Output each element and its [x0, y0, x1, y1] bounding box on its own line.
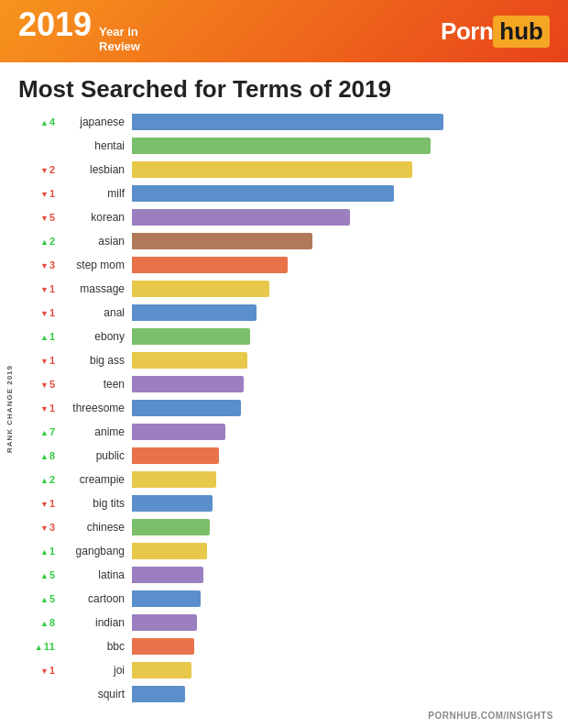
chart-row: 1big ass — [18, 349, 559, 371]
term-label: cartoon — [59, 592, 132, 605]
bar-area — [132, 614, 559, 631]
year-subtitle: Year in Review — [99, 25, 140, 53]
footer: PORNHUB.COM/INSIGHTS — [0, 707, 568, 724]
term-label: asian — [59, 235, 132, 248]
term-label: teen — [59, 378, 132, 391]
term-label: anime — [59, 425, 132, 438]
chart-row: 7anime — [18, 421, 559, 443]
rank-change-label: RANK CHANGE 2019 — [5, 365, 14, 453]
chart-row: 1big tits — [18, 492, 559, 514]
bar-area — [132, 471, 559, 488]
rank-change: 5 — [18, 569, 59, 580]
bar — [132, 281, 269, 297]
bar — [132, 328, 250, 345]
bar — [132, 662, 191, 678]
chart-row: 5teen — [18, 373, 559, 395]
rank-change: 3 — [18, 522, 59, 533]
arrow-down-icon — [40, 188, 49, 199]
bar — [132, 590, 201, 607]
term-label: latina — [59, 568, 132, 581]
rank-change: 8 — [18, 617, 59, 628]
chart-row: 1gangbang — [18, 540, 559, 562]
rank-change: 5 — [18, 593, 59, 604]
term-label: big tits — [59, 497, 132, 510]
term-label: gangbang — [59, 545, 132, 557]
bar-area — [132, 686, 559, 702]
arrow-up-icon — [40, 331, 49, 342]
rank-label-wrapper: RANK CHANGE 2019 — [0, 111, 18, 707]
arrow-down-icon — [40, 212, 49, 223]
logo-porn: Porn — [441, 17, 493, 46]
bar-area — [132, 447, 559, 464]
bar — [132, 447, 219, 464]
arrow-up-icon — [40, 569, 49, 580]
term-label: step mom — [59, 259, 132, 271]
chart-row: 1massage — [18, 278, 559, 300]
bar-area — [132, 304, 559, 321]
term-label: big ass — [59, 354, 132, 367]
rank-change: 8 — [18, 450, 59, 461]
chart-row: 1milf — [18, 182, 559, 204]
bar — [132, 424, 225, 440]
chart-row: 2lesbian — [18, 159, 559, 181]
bar-area — [132, 590, 559, 607]
bar — [132, 257, 288, 273]
term-label: indian — [59, 616, 132, 629]
bar — [132, 376, 244, 392]
arrow-up-icon — [40, 617, 49, 628]
bar-area — [132, 519, 559, 535]
bar-area — [132, 185, 559, 202]
rank-change: 1 — [18, 546, 59, 557]
term-label: public — [59, 449, 132, 462]
chart-row: 5latina — [18, 564, 559, 586]
rank-change: 1 — [18, 307, 59, 318]
term-label: squirt — [59, 688, 132, 700]
arrow-down-icon — [40, 522, 49, 533]
bar — [132, 209, 350, 226]
logo-hub: hub — [493, 16, 550, 48]
rank-change: 5 — [18, 379, 59, 390]
arrow-down-icon — [40, 403, 49, 414]
bar-area — [132, 376, 559, 392]
bar — [132, 114, 443, 130]
chart-row: hentai — [18, 135, 559, 157]
rows-area: 4japanesehentai2lesbian1milf5korean2asia… — [18, 111, 559, 707]
bar — [132, 161, 412, 178]
bar — [132, 185, 394, 202]
bar — [132, 543, 207, 559]
header: 2019 Year in Review Porn hub — [0, 0, 568, 62]
rank-change: 5 — [18, 212, 59, 223]
chart-row: 3chinese — [18, 516, 559, 538]
chart-row: 2asian — [18, 230, 559, 252]
bar — [132, 567, 203, 583]
arrow-down-icon — [40, 307, 49, 318]
arrow-up-icon — [40, 236, 49, 247]
bar — [132, 638, 194, 655]
bar-area — [132, 209, 559, 226]
rank-change: 2 — [18, 474, 59, 485]
year-block: 2019 Year in Review — [18, 8, 140, 53]
rank-change: 1 — [18, 283, 59, 294]
term-label: bbc — [59, 640, 132, 653]
bar-area — [132, 638, 559, 655]
bar — [132, 352, 247, 369]
bar — [132, 495, 213, 512]
chart-row: 3step mom — [18, 254, 559, 276]
bar — [132, 614, 197, 631]
chart-row: 1joi — [18, 659, 559, 681]
rank-change: 1 — [18, 188, 59, 199]
chart-row: 4japanese — [18, 111, 559, 133]
bar — [132, 233, 312, 249]
chart-row: 5korean — [18, 206, 559, 228]
arrow-down-icon — [40, 164, 49, 175]
bar-area — [132, 233, 559, 249]
chart-row: 8indian — [18, 612, 559, 634]
rank-change: 1 — [18, 355, 59, 366]
arrow-up-icon — [40, 116, 49, 127]
chart-row: 8public — [18, 445, 559, 467]
bar — [132, 138, 431, 154]
chart-row: 2creampie — [18, 469, 559, 491]
chart-row: squirt — [18, 683, 559, 705]
bar-area — [132, 328, 559, 345]
arrow-down-icon — [40, 665, 49, 676]
